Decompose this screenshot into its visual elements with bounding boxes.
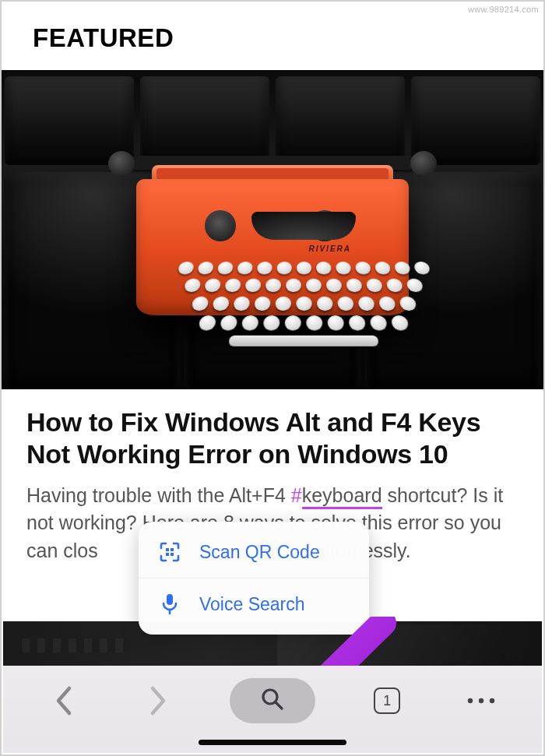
svg-point-10 (490, 698, 494, 703)
screenshot-frame: www.989214.com FEATURED RIVIERA (0, 0, 545, 756)
typewriter-illustration: RIVIERA (105, 179, 440, 382)
article-title: How to Fix Windows Alt and F4 Keys Not W… (26, 406, 519, 471)
search-context-menu: Scan QR Code Voice Search (139, 522, 369, 635)
tabs-count-badge: 1 (374, 687, 400, 714)
svg-rect-0 (166, 548, 169, 551)
mic-icon (157, 592, 182, 617)
search-icon (260, 687, 285, 715)
svg-rect-3 (171, 553, 174, 556)
menu-item-voice-search[interactable]: Voice Search (139, 578, 369, 630)
watermark-text: www.989214.com (468, 5, 539, 14)
hashtag-marker: # (291, 484, 302, 506)
home-indicator[interactable] (199, 740, 346, 745)
back-button[interactable] (42, 679, 86, 723)
svg-point-9 (479, 698, 483, 703)
menu-item-scan-qr[interactable]: Scan QR Code (139, 526, 369, 578)
menu-item-label: Scan QR Code (199, 542, 320, 563)
featured-label: FEATURED (33, 23, 512, 53)
featured-article-image[interactable]: RIVIERA (2, 70, 543, 389)
featured-header: FEATURED (2, 2, 543, 70)
tabs-button[interactable]: 1 (365, 679, 409, 723)
forward-button[interactable] (136, 679, 180, 723)
svg-rect-1 (171, 548, 174, 551)
svg-point-8 (468, 698, 473, 703)
browser-toolbar: 1 (3, 666, 542, 753)
keyword-highlight: keyboard (302, 484, 382, 509)
qr-icon (157, 540, 182, 564)
search-button[interactable] (230, 678, 315, 723)
svg-rect-4 (167, 594, 173, 605)
menu-item-label: Voice Search (199, 594, 305, 615)
menu-button[interactable] (459, 679, 503, 723)
svg-rect-2 (166, 553, 169, 556)
svg-line-7 (276, 702, 282, 709)
